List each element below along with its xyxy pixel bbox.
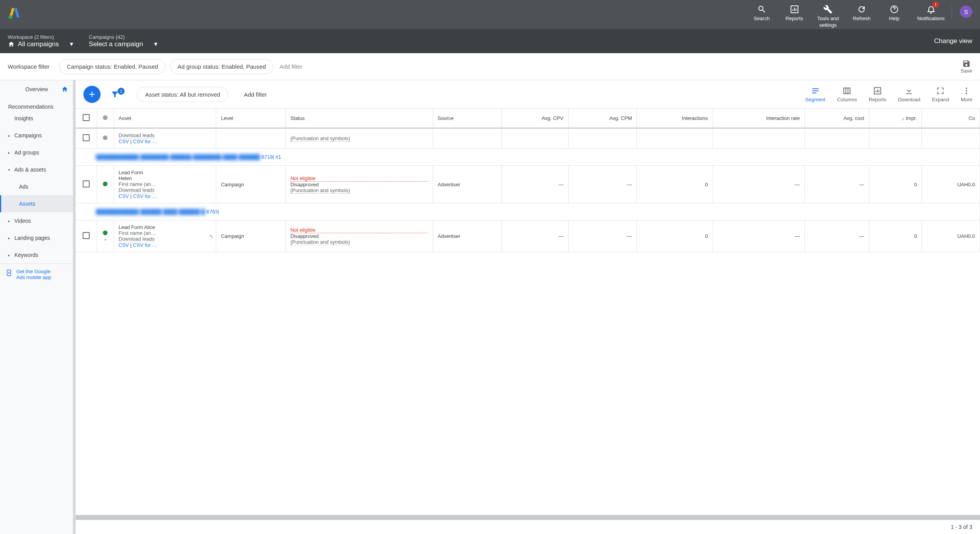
- chevron-icon: ▾: [8, 168, 12, 172]
- csv-link[interactable]: CSV: [119, 242, 129, 248]
- search-button[interactable]: Search: [752, 4, 772, 22]
- sidebar-item-videos[interactable]: ▸Videos: [0, 212, 75, 229]
- chevron-down-icon: ▾: [154, 40, 158, 48]
- chevron-icon: ▸: [8, 151, 12, 155]
- google-ads-logo: [8, 7, 21, 19]
- pencil-icon[interactable]: ✎: [209, 233, 213, 239]
- reports-button[interactable]: Reports: [869, 87, 886, 102]
- asset-status-chip[interactable]: Asset status: All but removed: [137, 87, 228, 102]
- sidebar-item-keywords[interactable]: ▸Keywords: [0, 246, 75, 264]
- user-avatar[interactable]: S: [960, 5, 972, 18]
- app-header: SearchReportsTools and settingsRefreshHe…: [0, 0, 980, 29]
- csv-link[interactable]: CSV for …: [133, 193, 157, 199]
- sidebar-item-ad-groups[interactable]: ▸Ad groups: [0, 144, 75, 161]
- source-cell: Advertiser: [433, 166, 501, 203]
- home-icon: [61, 86, 68, 93]
- csv-link[interactable]: CSV for …: [133, 242, 157, 248]
- sidebar-resize-handle[interactable]: [73, 80, 75, 534]
- report-icon: [873, 87, 882, 95]
- chevron-icon: ▸: [8, 236, 12, 240]
- interaction-rate-cell: —: [713, 166, 805, 203]
- avg-cost-cell: [805, 128, 869, 149]
- workspace-selector[interactable]: Workspace (2 filters) All campaigns ▾: [8, 34, 73, 48]
- avg-cpm-cell: [568, 128, 637, 149]
- csv-link[interactable]: CSV: [119, 139, 129, 144]
- cost-cell: [922, 128, 980, 149]
- sidebar-item-landing-pages[interactable]: ▸Landing pages: [0, 229, 75, 246]
- status-dot-icon: [103, 182, 108, 186]
- add-filter-button[interactable]: Add filter: [279, 63, 302, 70]
- csv-link[interactable]: CSV: [119, 193, 129, 199]
- chevron-icon: ▸: [8, 219, 12, 223]
- avg-cpv-cell: —: [501, 166, 568, 203]
- filter-chip[interactable]: Campaign status: Enabled, Paused: [59, 59, 165, 74]
- expand-button[interactable]: Expand: [932, 87, 949, 102]
- column-header[interactable]: [76, 109, 97, 128]
- row-checkbox[interactable]: [83, 134, 90, 141]
- sidebar-item-overview[interactable]: Overview: [0, 80, 75, 98]
- column-header[interactable]: Avg. CPM: [568, 109, 637, 128]
- assets-table: AssetLevelStatusSourceAvg. CPVAvg. CPMIn…: [76, 108, 980, 515]
- cost-cell: UAH0.0: [922, 166, 980, 203]
- chevron-down-icon: ▾: [70, 40, 73, 48]
- avg-cpv-cell: [501, 128, 568, 149]
- notifications-button[interactable]: Notifications: [917, 4, 945, 22]
- table-row: Lead FormHelenFirst name (an…Download le…: [76, 166, 980, 203]
- svg-point-7: [966, 90, 967, 92]
- sidebar-item-assets[interactable]: Assets: [0, 195, 75, 212]
- main-content: 1 Asset status: All but removed Add filt…: [76, 80, 980, 534]
- status-dot-icon: [103, 115, 108, 120]
- column-header[interactable]: Avg. CPV: [501, 109, 568, 128]
- sidebar-item-ads[interactable]: Ads: [0, 178, 75, 195]
- source-cell: Advertiser: [433, 220, 501, 252]
- table-group-row[interactable]: ████████████ ████████ ██████ ████████ ██…: [76, 149, 980, 166]
- filter-chip[interactable]: Ad group status: Enabled, Paused: [170, 59, 273, 74]
- segment-button[interactable]: Segment: [805, 87, 826, 102]
- column-header[interactable]: Avg. cost: [805, 109, 869, 128]
- column-header[interactable]: [97, 109, 114, 128]
- mobile-app-promo[interactable]: Get the Google Ads mobile app: [0, 264, 75, 285]
- columns-icon: [843, 87, 851, 95]
- sidebar-item-campaigns[interactable]: ▸Campaigns: [0, 127, 75, 144]
- chevron-icon: ▸: [8, 253, 12, 257]
- csv-link[interactable]: CSV for …: [133, 139, 157, 144]
- campaign-selector[interactable]: Campaigns (42) Select a campaign ▾: [89, 34, 158, 48]
- sidebar-item-insights[interactable]: Insights: [0, 110, 75, 127]
- interactions-cell: 0: [637, 166, 713, 203]
- horizontal-scrollbar[interactable]: [76, 515, 980, 520]
- column-header[interactable]: Level: [216, 109, 286, 128]
- more-button[interactable]: More: [961, 87, 972, 102]
- avg-cost-cell: —: [805, 220, 869, 252]
- status-cell: Not eligibleDisapproved(Punctuation and …: [286, 166, 433, 203]
- reports-button[interactable]: Reports: [785, 4, 804, 22]
- save-button[interactable]: Save: [961, 59, 972, 74]
- columns-button[interactable]: Columns: [837, 87, 857, 102]
- table-add-filter[interactable]: Add filter: [244, 91, 267, 98]
- refresh-button[interactable]: Refresh: [852, 4, 871, 22]
- row-checkbox[interactable]: [83, 232, 90, 239]
- table-toolbar: 1 Asset status: All but removed Add filt…: [76, 80, 980, 108]
- column-header[interactable]: Status: [286, 109, 433, 128]
- add-button[interactable]: [83, 86, 101, 103]
- change-view-button[interactable]: Change view: [934, 37, 972, 45]
- column-header[interactable]: Asset: [114, 109, 216, 128]
- column-header[interactable]: Interactions: [637, 109, 713, 128]
- table-group-row[interactable]: ████████████ ██████ ████ ██████ █ 6763|: [76, 203, 980, 220]
- column-header[interactable]: Source: [433, 109, 501, 128]
- impr-cell: [869, 128, 922, 149]
- download-button[interactable]: Download: [898, 87, 920, 102]
- status-cell: Not eligibleDisapproved(Punctuation and …: [286, 220, 433, 252]
- svg-point-6: [966, 87, 967, 89]
- tools-and-settings-button[interactable]: Tools and settings: [817, 4, 839, 29]
- sidebar-item-ads-assets[interactable]: ▾Ads & assets: [0, 161, 75, 178]
- select-all-checkbox[interactable]: [83, 114, 90, 121]
- column-header[interactable]: Co: [922, 109, 980, 128]
- help-button[interactable]: Help: [885, 4, 904, 22]
- sidebar-item-recommendations[interactable]: Recommendations: [0, 98, 15, 109]
- filter-button[interactable]: 1: [108, 90, 121, 99]
- interactions-cell: [637, 128, 713, 149]
- search-icon: [757, 4, 767, 15]
- column-header[interactable]: Interaction rate: [713, 109, 805, 128]
- row-checkbox[interactable]: [83, 180, 90, 187]
- column-header[interactable]: ↓ Impr.: [869, 109, 922, 128]
